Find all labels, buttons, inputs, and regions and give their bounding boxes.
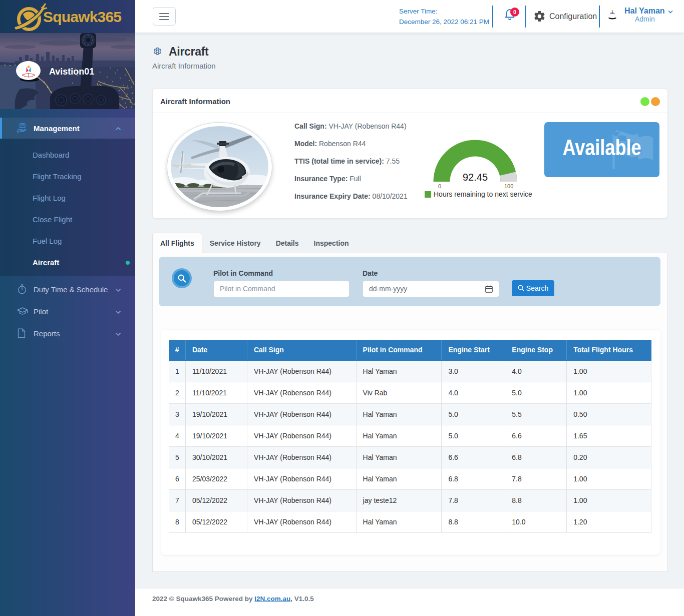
svg-text:Squawk365: Squawk365	[43, 9, 121, 25]
